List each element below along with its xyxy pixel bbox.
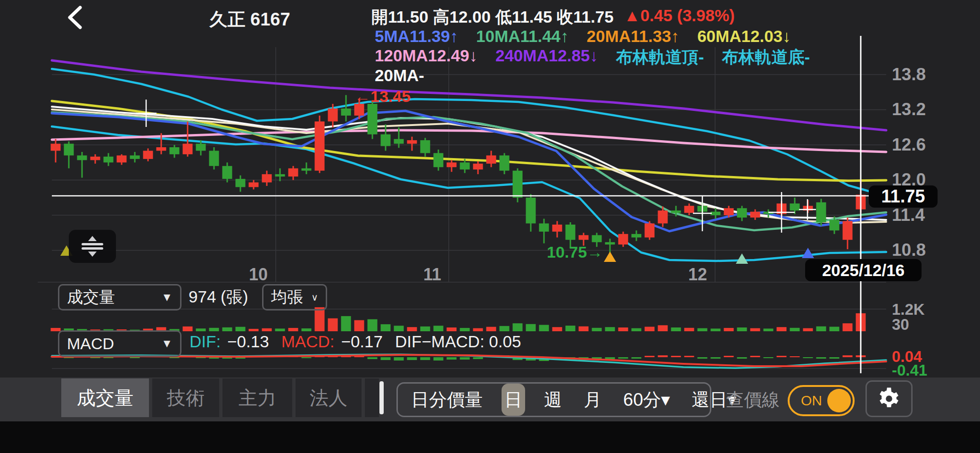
- tab-technical[interactable]: 技術: [152, 378, 219, 417]
- crosshair-date-pill: 2025/12/16: [805, 259, 922, 281]
- toggle-on-label: ON: [801, 393, 822, 409]
- ma5-legend: 5MA11.39↑: [375, 27, 458, 46]
- home-indicator-area: [0, 421, 980, 453]
- price-axis-label: 11.4: [892, 205, 958, 225]
- ma120-legend: 120MA12.49↓: [375, 46, 478, 68]
- period-60min[interactable]: 60分▾: [620, 384, 673, 416]
- bottom-toolbar: 成交量 技術 主力 法人 日分價量 日 週 月 60分▾ 還日▾ 查價線 ON: [0, 378, 980, 421]
- avg-volume-label: 均張: [271, 286, 303, 308]
- period-month[interactable]: 月: [581, 384, 604, 416]
- period-daily-pricevol[interactable]: 日分價量: [408, 384, 486, 416]
- settings-button[interactable]: [865, 380, 913, 417]
- volume-axis-bottom-label: 30: [892, 316, 909, 334]
- macd-label: MACD:: [281, 332, 335, 351]
- tab-volume[interactable]: 成交量: [61, 378, 149, 417]
- ma-legend-row-2: 120MA12.49↓ 240MA12.85↓ 布林軌道頂- 布林軌道底-: [375, 46, 810, 68]
- price-axis-label: 12.6: [892, 135, 958, 155]
- dif-label: DIF:: [189, 332, 221, 351]
- ma10-legend: 10MA11.44↑: [476, 27, 569, 46]
- price-line-label: 查價線: [726, 388, 780, 412]
- macd-indicator-label: MACD: [67, 335, 114, 353]
- expand-up-icon: [88, 236, 97, 241]
- avg-volume-button[interactable]: 均張 ∨: [262, 284, 327, 310]
- tab-major-players[interactable]: 主力: [222, 378, 292, 417]
- period-week[interactable]: 週: [541, 384, 565, 416]
- dif-value: −0.13: [227, 332, 269, 351]
- price-axis-label: 13.2: [892, 100, 958, 119]
- ma20-monthly-legend: 20MA-: [375, 66, 424, 85]
- tab-partial[interactable]: [365, 378, 379, 417]
- dropdown-arrow-icon: ▼: [161, 337, 173, 350]
- tab-scrollbar[interactable]: [379, 381, 384, 414]
- volume-indicator-dropdown[interactable]: 成交量 ▼: [58, 284, 181, 310]
- macd-values-row: DIF: −0.13 MACD: −0.17 DIF−MACD: 0.05: [189, 332, 521, 351]
- macd-axis-bottom-label: -0.41: [892, 361, 927, 379]
- chevron-down-icon: ∨: [311, 292, 318, 303]
- period-day[interactable]: 日: [502, 384, 525, 416]
- tab-institutional[interactable]: 法人: [296, 378, 362, 417]
- period-high-annotation: ←13.45: [354, 87, 411, 106]
- macd-indicator-dropdown[interactable]: MACD ▼: [58, 330, 181, 357]
- macd-value: −0.17: [341, 332, 383, 351]
- month-axis-label: 12: [688, 265, 707, 285]
- dropdown-arrow-icon: ▼: [161, 291, 173, 304]
- price-axis-label: 10.8: [892, 240, 958, 260]
- expand-down-icon: [88, 252, 97, 257]
- bollinger-bottom-legend: 布林軌道底-: [722, 46, 810, 68]
- toggle-knob: [827, 389, 851, 412]
- period-low-annotation: 10.75→: [547, 243, 603, 261]
- volume-indicator-label: 成交量: [67, 286, 115, 308]
- ma-legend-row-1: 5MA11.39↑ 10MA11.44↑ 20MA11.33↑ 60MA12.0…: [375, 27, 791, 46]
- back-button[interactable]: [65, 6, 93, 29]
- ma60-legend: 60MA12.03↓: [697, 27, 791, 46]
- ma240-legend: 240MA12.85↓: [495, 46, 598, 68]
- gear-icon: [878, 387, 900, 410]
- period-selector-group: 日分價量 日 週 月 60分▾ 還日▾: [396, 382, 711, 417]
- back-chevron-icon: [65, 5, 84, 30]
- bollinger-top-legend: 布林軌道頂-: [616, 46, 704, 68]
- price-line-toggle[interactable]: ON: [788, 385, 855, 416]
- volume-value: 974 (張): [189, 286, 248, 308]
- price-axis-label: 13.8: [892, 65, 958, 84]
- month-axis-label: 11: [423, 265, 441, 285]
- price-scale-adjust-button[interactable]: [69, 230, 116, 263]
- stock-chart-app: 久正 6167 開11.50 高12.00 低11.45 收11.75 ▲0.4…: [0, 0, 980, 453]
- month-axis-label: 10: [249, 265, 268, 285]
- crosshair-price-pill: 11.75: [869, 185, 938, 208]
- scale-bar-icon: [82, 247, 103, 250]
- scale-bar-icon: [82, 243, 103, 245]
- dif-macd-value: DIF−MACD: 0.05: [395, 332, 521, 351]
- ma20-legend: 20MA11.33↑: [587, 27, 680, 46]
